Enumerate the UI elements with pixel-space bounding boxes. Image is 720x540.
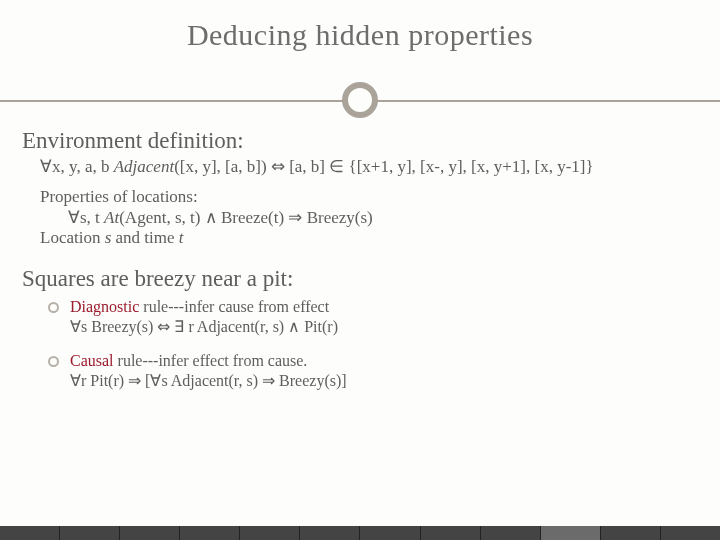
env-formula-prefix: ∀x, y, a, b (40, 157, 114, 176)
diagnostic-formula: ∀s Breezy(s) ⇔ ∃ r Adjacent(r, s) ∧ Pit(… (70, 317, 698, 336)
properties-label: Properties of locations: (40, 187, 698, 207)
props-formula-rest: (Agent, s, t) ∧ Breeze(t) ⇒ Breezy(s) (119, 208, 373, 227)
bullet-icon (48, 302, 59, 313)
slide-title: Deducing hidden properties (22, 18, 698, 52)
env-formula: ∀x, y, a, b Adjacent([x, y], [a, b]) ⇔ [… (40, 156, 698, 177)
nav-thumb[interactable] (180, 526, 240, 540)
props-formula-prefix: ∀s, t (68, 208, 104, 227)
nav-thumb[interactable] (661, 526, 720, 540)
squares-heading: Squares are breezy near a pit: (22, 266, 698, 292)
causal-formula: ∀r Pit(r) ⇒ [∀s Adjacent(r, s) ⇒ Breezy(… (70, 371, 698, 390)
nav-thumb[interactable] (541, 526, 601, 540)
causal-label: Causal (70, 352, 114, 369)
causal-rule-text: Causal rule---infer effect from cause. (70, 352, 698, 370)
title-divider (0, 82, 720, 122)
content-area: Environment definition: ∀x, y, a, b Adja… (22, 128, 698, 390)
nav-thumb[interactable] (601, 526, 661, 540)
nav-thumb[interactable] (421, 526, 481, 540)
nav-thumb[interactable] (300, 526, 360, 540)
diagnostic-label: Diagnostic (70, 298, 139, 315)
rule-list: Diagnostic rule---infer cause from effec… (48, 298, 698, 390)
nav-thumb[interactable] (240, 526, 300, 540)
bullet-icon (48, 356, 59, 367)
diagnostic-rule-text: Diagnostic rule---infer cause from effec… (70, 298, 698, 316)
env-formula-adjacent: Adjacent (114, 157, 174, 176)
nav-thumb[interactable] (0, 526, 60, 540)
nav-thumb[interactable] (481, 526, 541, 540)
slide: Deducing hidden properties Environment d… (0, 0, 720, 540)
nav-thumb[interactable] (60, 526, 120, 540)
env-heading: Environment definition: (22, 128, 698, 154)
loc-t: t (179, 228, 184, 247)
props-formula-at: At (104, 208, 119, 227)
causal-rest: rule---infer effect from cause. (114, 352, 308, 369)
divider-circle-icon (342, 82, 378, 118)
env-formula-rest: ([x, y], [a, b]) ⇔ [a, b] ∈ {[x+1, y], [… (174, 157, 594, 176)
diagnostic-rule-item: Diagnostic rule---infer cause from effec… (48, 298, 698, 336)
title-area: Deducing hidden properties (22, 18, 698, 118)
properties-block: Properties of locations: ∀s, t At(Agent,… (40, 187, 698, 248)
causal-rule-item: Causal rule---infer effect from cause. ∀… (48, 352, 698, 390)
properties-formula: ∀s, t At(Agent, s, t) ∧ Breeze(t) ⇒ Bree… (68, 207, 698, 228)
nav-thumb[interactable] (360, 526, 420, 540)
nav-thumb[interactable] (120, 526, 180, 540)
diagnostic-rest: rule---infer cause from effect (139, 298, 329, 315)
location-line: Location s and time t (40, 228, 698, 248)
slide-nav-strip[interactable] (0, 526, 720, 540)
loc-a: Location (40, 228, 105, 247)
loc-b: and time (111, 228, 179, 247)
